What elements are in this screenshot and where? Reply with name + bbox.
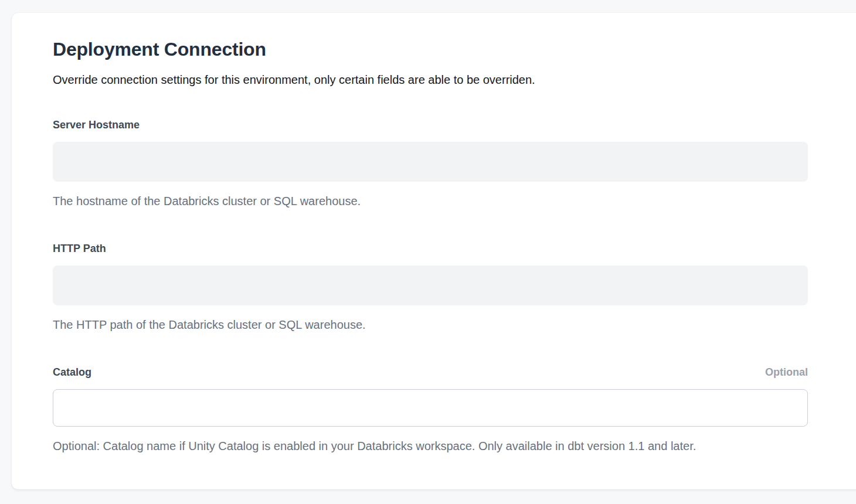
page-subtitle: Override connection settings for this en…	[53, 72, 808, 87]
catalog-helper: Optional: Catalog name if Unity Catalog …	[53, 438, 808, 454]
server-hostname-helper: The hostname of the Databricks cluster o…	[53, 193, 808, 209]
http-path-input[interactable]	[53, 265, 808, 305]
page-title: Deployment Connection	[53, 39, 808, 60]
label-row: Catalog Optional	[53, 366, 808, 379]
field-group-server-hostname: Server Hostname The hostname of the Data…	[53, 119, 808, 209]
field-group-catalog: Catalog Optional Optional: Catalog name …	[53, 366, 808, 454]
http-path-helper: The HTTP path of the Databricks cluster …	[53, 317, 808, 332]
card-content: Deployment Connection Override connectio…	[12, 13, 808, 454]
server-hostname-input[interactable]	[53, 142, 808, 182]
field-group-http-path: HTTP Path The HTTP path of the Databrick…	[53, 243, 808, 332]
catalog-label: Catalog	[53, 366, 91, 379]
label-row: Server Hostname	[53, 119, 808, 131]
catalog-input[interactable]	[53, 389, 808, 427]
catalog-optional-flag: Optional	[765, 366, 808, 379]
label-row: HTTP Path	[53, 243, 808, 255]
server-hostname-label: Server Hostname	[53, 119, 140, 131]
http-path-label: HTTP Path	[53, 243, 106, 255]
deployment-connection-card: Deployment Connection Override connectio…	[12, 13, 856, 489]
